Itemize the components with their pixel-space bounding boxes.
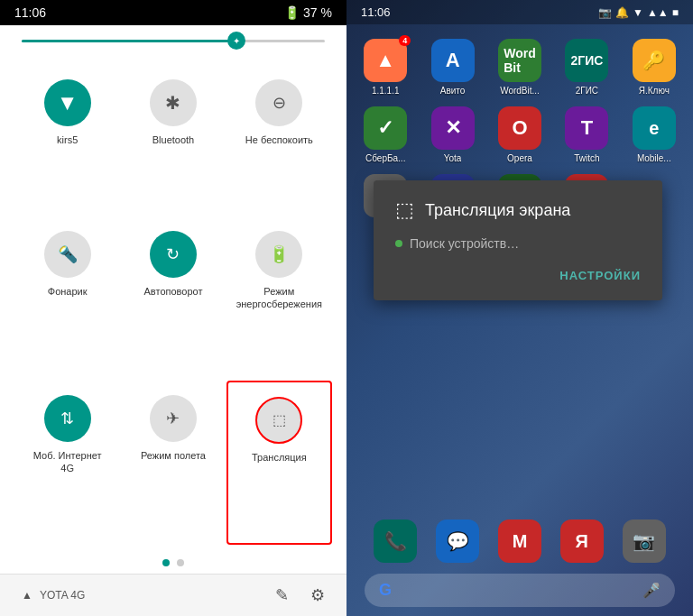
brightness-thumb[interactable] [227, 32, 245, 50]
dock-phone-icon: 📞 [374, 519, 417, 563]
cast-dialog-title-text: Трансляция экрана [425, 201, 570, 220]
cast-dot [395, 240, 402, 247]
autorotate-icon: ↻ [150, 231, 197, 278]
dock-gmail[interactable]: M [494, 516, 545, 566]
mobile-data-icon: ⇅ [44, 395, 91, 442]
app-label-yandex-key: Я.Ключ [639, 86, 670, 96]
app-icon-2gis: 2ГИС [565, 39, 608, 82]
qs-dnd[interactable]: ⊖ Не беспокоить [226, 65, 332, 216]
right-panel: 11:06 📷 🔔 ▼ ▲▲ ■ ▲4 1.1.1.1 А Авито Word… [346, 0, 693, 616]
time-right: 11:06 [361, 5, 391, 19]
dot-2 [177, 559, 184, 566]
app-2gis[interactable]: 2ГИС 2ГИС [555, 35, 618, 99]
app-icon-mobile: e [633, 106, 676, 150]
cast-icon: ⬚ [255, 397, 302, 444]
edit-icon[interactable]: ✎ [275, 585, 289, 605]
qs-wifi[interactable]: ▼ kirs5 [14, 65, 120, 216]
qs-battery-saver-label: Режим энергосбережения [234, 285, 325, 311]
cast-status-text: Поиск устройств… [410, 236, 519, 251]
app-wordbit[interactable]: WordBit WordBit... [488, 35, 551, 99]
bluetooth-icon: ✱ [150, 79, 197, 126]
dock-messages[interactable]: 💬 [432, 516, 483, 566]
google-search-bar[interactable]: G 🎤 [365, 574, 675, 607]
battery-status: ■ [672, 6, 679, 19]
app-label-cloudflare: 1.1.1.1 [372, 86, 400, 96]
signal-status-icon: ▲▲ [647, 6, 669, 19]
brightness-slider[interactable] [22, 40, 325, 43]
app-label-mobile: Mobile... [637, 153, 671, 163]
screenshot-icon: 📷 [598, 6, 612, 19]
qs-bluetooth[interactable]: ✱ Bluetooth [120, 65, 226, 216]
dock-camera[interactable]: 📷 [619, 516, 670, 566]
dock-yandex-icon: Я [560, 519, 604, 563]
cast-settings-button[interactable]: НАСТРОЙКИ [395, 269, 641, 282]
status-bar-left: 11:06 🔋 37 % [0, 0, 346, 25]
qs-cast-label: Трансляция [252, 451, 307, 464]
app-label-avito: Авито [440, 86, 466, 96]
qs-airplane-label: Режим полета [141, 449, 206, 462]
bottom-bar: ▲ YOTA 4G ✎ ⚙ [0, 574, 346, 616]
flashlight-icon: 🔦 [44, 231, 91, 278]
dock-phone[interactable]: 📞 [370, 516, 420, 566]
qs-battery-saver[interactable]: 🔋 Режим энергосбережения [226, 216, 332, 381]
carrier-name: YOTA 4G [40, 589, 85, 602]
qs-bluetooth-label: Bluetooth [152, 133, 194, 146]
notification-icon: 🔔 [615, 6, 629, 19]
app-twitch[interactable]: T Twitch [555, 103, 618, 167]
dock-yandex[interactable]: Я [557, 516, 607, 566]
dock-gmail-icon: M [498, 519, 541, 563]
qs-mobile-data-label: Моб. Интернет4G [33, 449, 102, 475]
settings-icon[interactable]: ⚙ [310, 585, 325, 605]
page-dots [0, 552, 346, 574]
brightness-fill [22, 40, 234, 42]
wifi-status-icon: ▼ [633, 6, 643, 19]
left-panel: 11:06 🔋 37 % ▼ kirs5 ✱ Bluetooth ⊖ Не бе… [0, 0, 346, 616]
airplane-icon: ✈ [150, 395, 197, 442]
qs-cast[interactable]: ⬚ Трансляция [226, 381, 332, 545]
app-label-2gis: 2ГИС [576, 86, 598, 96]
app-yota[interactable]: ✕ Yota [420, 103, 484, 167]
dock-messages-icon: 💬 [436, 519, 479, 563]
battery-left: 🔋 37 % [284, 5, 332, 20]
wifi-icon: ▼ [44, 79, 91, 126]
qs-autorotate[interactable]: ↻ Автоповорот [120, 216, 226, 381]
app-yandex-key[interactable]: 🔑 Я.Ключ [623, 35, 686, 99]
app-dock: 📞 💬 M Я 📷 G 🎤 [346, 516, 693, 607]
microphone-icon[interactable]: 🎤 [642, 582, 661, 599]
dock-icons-row: 📞 💬 M Я 📷 [365, 516, 675, 566]
app-icon-twitch: T [565, 106, 608, 150]
qs-flashlight-label: Фонарик [48, 285, 88, 298]
app-icon-cloudflare: ▲4 [364, 39, 407, 82]
app-label-twitch: Twitch [574, 153, 599, 163]
app-label-sberbank: СберБа... [365, 153, 405, 163]
qs-wifi-label: kirs5 [57, 133, 78, 146]
carrier-info: ▲ YOTA 4G [22, 589, 85, 602]
battery-saver-icon: 🔋 [255, 231, 302, 278]
qs-flashlight[interactable]: 🔦 Фонарик [14, 216, 120, 381]
app-mobile[interactable]: e Mobile... [623, 103, 686, 167]
quick-settings-grid: ▼ kirs5 ✱ Bluetooth ⊖ Не беспокоить 🔦 Фо… [0, 58, 346, 552]
dock-camera-icon: 📷 [623, 519, 666, 563]
qs-dnd-label: Не беспокоить [245, 133, 313, 146]
status-icons-right: 📷 🔔 ▼ ▲▲ ■ [598, 6, 679, 19]
app-label-opera: Opera [507, 153, 532, 163]
cast-dialog-title: ⬚ Трансляция экрана [395, 198, 641, 222]
app-cloudflare[interactable]: ▲4 1.1.1.1 [354, 35, 417, 99]
app-icon-wordbit: WordBit [498, 39, 541, 82]
cast-dialog: ⬚ Трансляция экрана Поиск устройств… НАС… [374, 180, 662, 300]
qs-autorotate-label: Автоповорот [144, 285, 203, 298]
signal-icon: ▲ [22, 589, 32, 602]
app-avito[interactable]: А Авито [420, 35, 484, 99]
cast-dialog-icon: ⬚ [395, 198, 414, 222]
google-g-logo: G [379, 581, 392, 600]
app-opera[interactable]: O Opera [488, 103, 551, 167]
qs-airplane[interactable]: ✈ Режим полета [120, 381, 226, 545]
app-icon-sberbank: ✓ [364, 106, 407, 150]
dot-1 [162, 559, 170, 566]
qs-mobile-data[interactable]: ⇅ Моб. Интернет4G [14, 381, 120, 545]
time-left: 11:06 [14, 5, 46, 20]
status-bar-right: 11:06 📷 🔔 ▼ ▲▲ ■ [346, 0, 693, 24]
brightness-row[interactable] [0, 25, 346, 58]
app-icon-yandex-key: 🔑 [633, 39, 676, 82]
app-sberbank[interactable]: ✓ СберБа... [354, 103, 417, 167]
